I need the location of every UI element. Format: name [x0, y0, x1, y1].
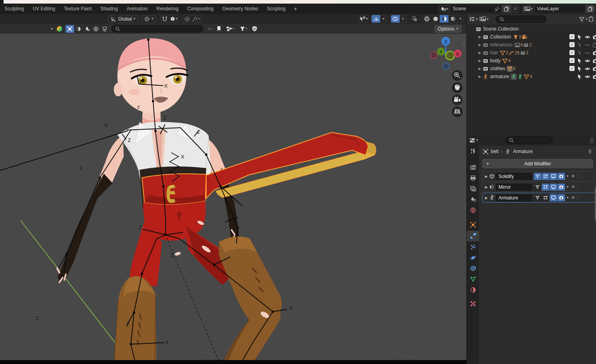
edit-mode-toggle[interactable] — [534, 173, 541, 180]
outliner-item-label[interactable]: clothes — [490, 66, 505, 71]
filter-dropdown[interactable]: ▾ — [237, 25, 250, 33]
workspace-tab-compositing[interactable]: Compositing — [183, 4, 218, 14]
exclude-checkbox[interactable]: ✓ — [569, 42, 575, 47]
display-mode-paint-button[interactable] — [83, 25, 92, 33]
viewport-display-toggle[interactable] — [550, 184, 557, 191]
workspace-tab-sculpting[interactable]: Sculpting — [0, 4, 28, 14]
properties-tab-object[interactable] — [467, 219, 479, 230]
gizmos-dropdown[interactable]: ▾ — [380, 15, 387, 23]
properties-tab-modifiers[interactable] — [467, 231, 479, 241]
add-modifier-button[interactable]: + Add Modifier — [482, 159, 593, 168]
hide-viewport-toggle[interactable] — [585, 57, 590, 63]
modifier-drag-handle[interactable]: ⁚⁚ — [577, 185, 580, 189]
render-display-toggle[interactable] — [558, 194, 565, 201]
modifier-extras-dropdown[interactable]: ▾ — [565, 174, 570, 178]
workspace-tab-geometry-nodes[interactable]: Geometry Nodes — [218, 4, 263, 14]
properties-tab-view-layer[interactable] — [467, 183, 479, 194]
outliner-row-Collection[interactable]: ▶ Collection 3 ✓ — [467, 33, 596, 41]
modifier-extras-dropdown[interactable]: ▾ — [565, 185, 570, 189]
snap-toggle[interactable] — [161, 15, 169, 23]
hide-viewport-toggle[interactable] — [585, 65, 590, 71]
modifier-drag-handle[interactable]: ⁚⁚ — [577, 174, 580, 178]
viewlayer-selector[interactable]: ▾ ViewLayer — [522, 5, 595, 13]
overlays-dropdown[interactable]: ▾ — [400, 15, 406, 23]
proportional-edit-toggle[interactable] — [183, 15, 192, 23]
shading-material-button[interactable] — [440, 15, 448, 23]
properties-editor-type-dropdown[interactable]: ▾ — [469, 138, 478, 143]
options-dropdown[interactable]: Options ▾ — [434, 25, 462, 33]
outliner-item-label[interactable]: Collection — [490, 34, 511, 40]
breadcrumb-object[interactable]: belt — [491, 149, 498, 154]
disable-render-toggle[interactable] — [592, 73, 596, 79]
workspace-tab-uv-editing[interactable]: UV Editing — [28, 4, 59, 14]
properties-tab-output[interactable] — [467, 172, 479, 183]
add-workspace-button[interactable]: + — [290, 6, 301, 12]
render-display-toggle[interactable] — [558, 184, 565, 191]
pivot-point-dropdown[interactable]: ▾ — [141, 15, 156, 23]
hide-viewport-toggle[interactable] — [585, 50, 590, 56]
breadcrumb-data[interactable]: Armature — [513, 149, 533, 154]
properties-tab-texture[interactable] — [467, 298, 479, 309]
modifier-expand-arrow[interactable]: ▶ — [484, 174, 489, 178]
properties-tab-material[interactable] — [467, 284, 479, 295]
selectable-toggle[interactable] — [577, 57, 583, 63]
unlink-scene-button[interactable]: ✕ — [511, 6, 519, 11]
properties-tab-object-data[interactable] — [467, 274, 479, 284]
exclude-checkbox[interactable]: ✓ — [569, 34, 575, 39]
workspace-tab-animation[interactable]: Animation — [122, 4, 152, 14]
hide-viewport-toggle[interactable] — [585, 73, 590, 79]
edit-mode-toggle[interactable] — [534, 184, 541, 191]
on-cage-toggle[interactable] — [542, 184, 549, 191]
modifier-drag-handle[interactable]: ⁚⁚ — [577, 195, 580, 200]
curve-falloff-button[interactable] — [206, 25, 215, 33]
outliner-display-mode-dropdown[interactable]: ▾ — [479, 16, 489, 22]
zoom-button[interactable] — [452, 70, 463, 81]
pin-icon[interactable] — [494, 6, 499, 11]
display-mode-half-button[interactable] — [74, 25, 83, 33]
properties-tab-scene[interactable] — [467, 194, 479, 205]
outliner-row-clothes[interactable]: ▶ clothes 8 ✓ — [467, 65, 596, 73]
viewlayer-icon[interactable]: ▾ — [522, 5, 535, 13]
modifier-expand-arrow[interactable]: ▶ — [484, 196, 489, 200]
exclude-checkbox[interactable]: ✓ — [569, 58, 575, 63]
properties-search-input[interactable] — [505, 136, 553, 144]
disable-render-toggle[interactable] — [592, 42, 596, 48]
modifier-delete-button[interactable]: ✕ — [570, 195, 577, 200]
viewport-display-toggle[interactable] — [550, 194, 557, 201]
expand-arrow-icon[interactable]: ▶ — [477, 59, 483, 63]
exclude-checkbox[interactable]: ✓ — [569, 50, 575, 55]
workspace-tab-rendering[interactable]: Rendering — [152, 4, 183, 14]
hide-viewport-toggle[interactable] — [585, 34, 590, 40]
shading-rendered-button[interactable] — [448, 15, 457, 23]
pin-id-button[interactable] — [590, 137, 594, 144]
scene-name-field[interactable]: Scene — [450, 5, 502, 13]
brush-preview-icon[interactable] — [56, 25, 63, 33]
selectable-toggle[interactable] — [577, 50, 583, 56]
selectable-toggle[interactable] — [577, 42, 583, 48]
layers-dropdown[interactable]: ▾ — [223, 25, 237, 33]
render-display-toggle[interactable] — [558, 173, 565, 180]
collapse-tool-settings[interactable]: ▾ — [51, 27, 53, 31]
shading-dropdown[interactable]: ▾ — [457, 15, 464, 23]
expand-arrow-icon[interactable]: ▶ — [477, 43, 483, 47]
properties-tab-tool[interactable] — [467, 146, 479, 156]
outliner-search-input[interactable] — [496, 15, 546, 23]
3d-viewport[interactable]: ZXzXZZXZXZZZZXZX Z Y X — [0, 34, 466, 360]
show-overlays-toggle[interactable] — [391, 15, 400, 23]
workspace-tab-shading[interactable]: Shading — [96, 4, 122, 14]
expand-arrow-icon[interactable]: ▶ — [477, 51, 483, 55]
outliner-row-body[interactable]: ▶ body 4 ✓ — [467, 57, 596, 65]
shield-button[interactable] — [250, 25, 259, 33]
disable-render-toggle[interactable] — [592, 34, 596, 40]
modifier-delete-button[interactable]: ✕ — [570, 174, 577, 179]
outliner-filter-dropdown[interactable]: ▾ — [579, 17, 587, 22]
exclude-checkbox[interactable]: ✓ — [569, 66, 575, 71]
expand-arrow-icon[interactable]: ▶ — [477, 35, 483, 39]
properties-tab-constraints[interactable] — [467, 263, 479, 274]
modifier-name-field[interactable]: Armature — [496, 194, 532, 201]
gizmo-neg-z[interactable] — [443, 63, 450, 70]
sidebar-collapse-arrow[interactable]: ‹ — [463, 40, 465, 46]
modifier-expand-arrow[interactable]: ▶ — [484, 185, 489, 189]
xray-toggle[interactable] — [410, 15, 419, 23]
display-mode-stamp-button[interactable] — [100, 25, 109, 33]
